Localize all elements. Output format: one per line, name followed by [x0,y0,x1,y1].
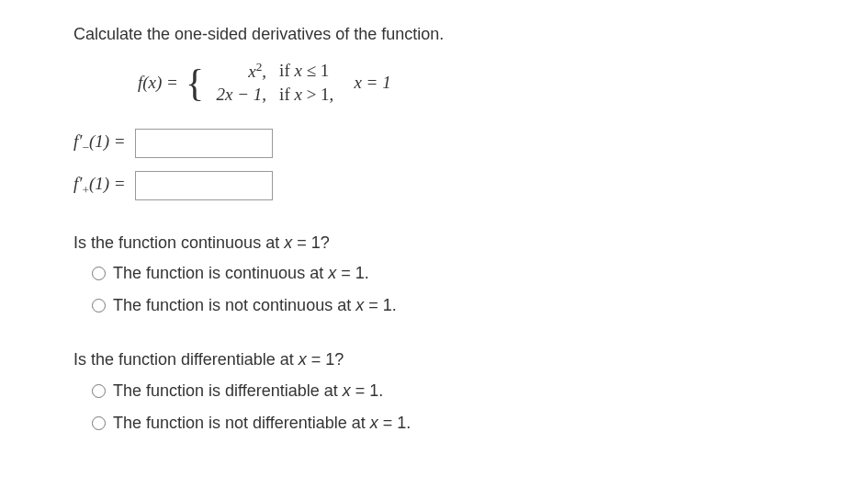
continuity-option-2-label: The function is not continuous at x = 1. [113,294,397,317]
left-derivative-input[interactable] [135,129,273,158]
right-derivative-label: f′+(1) = [73,172,126,199]
continuity-question: Is the function continuous at x = 1? [73,232,804,255]
continuity-option-2-radio[interactable] [92,299,106,312]
differentiability-option-1-radio[interactable] [92,384,106,398]
right-derivative-input[interactable] [135,171,273,200]
differentiability-option-2-radio[interactable] [92,416,106,430]
case2-cond: if x > 1, [279,84,333,107]
continuity-option-1-radio[interactable] [92,267,106,280]
case2-expr: 2x − 1, [211,84,266,107]
differentiability-option-1-label: The function is differentiable at x = 1. [113,380,383,403]
differentiability-option-2-label: The function is not differentiable at x … [113,412,411,435]
lhs: f(x) = [138,71,178,96]
left-derivative-label: f′−(1) = [73,130,126,156]
differentiability-question: Is the function differentiable at x = 1? [73,348,804,371]
problem-prompt: Calculate the one-sided derivatives of t… [73,23,804,46]
point: x = 1 [354,71,390,96]
case1-expr: x2, [211,59,266,84]
function-definition: f(x) = { x2, if x ≤ 1 2x − 1, if x > 1, … [138,59,804,107]
continuity-option-1-label: The function is continuous at x = 1. [113,262,369,285]
case1-cond: if x ≤ 1 [279,60,329,83]
brace-icon: { [186,63,204,102]
